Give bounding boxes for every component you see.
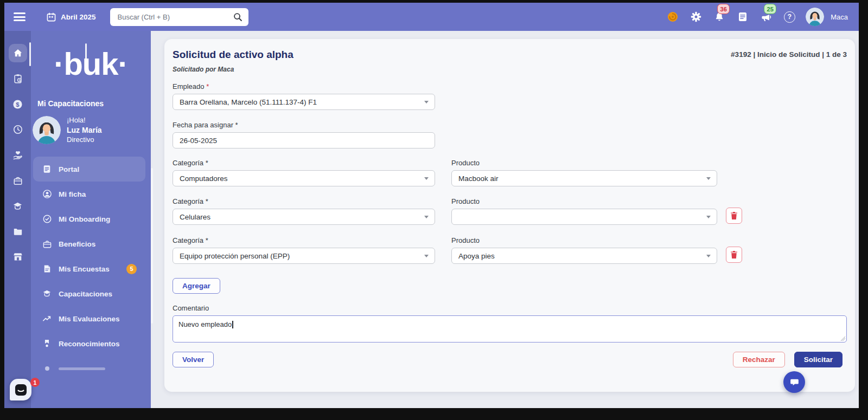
category-label: Categoría * (173, 197, 435, 205)
sidebar-item-mis-encuestas[interactable]: Mis Encuestas 5 (31, 256, 151, 281)
category-select[interactable]: Computadores (173, 170, 435, 186)
add-row-button[interactable]: Agregar (173, 278, 220, 294)
profile-card: ¡Hola! Luz María Directivo (33, 115, 151, 145)
product-select[interactable]: Macbook air (451, 170, 717, 186)
category-select[interactable]: Celulares (173, 209, 435, 225)
resize-handle-icon[interactable] (840, 336, 845, 341)
chat-widget-button[interactable] (10, 379, 31, 400)
gift-icon[interactable] (9, 171, 27, 190)
notifications-bell-icon[interactable]: 36 (712, 10, 726, 24)
sidebar-item-beneficios[interactable]: Beneficios (31, 231, 151, 256)
category-select[interactable]: Equipo protección personal (EPP) (173, 248, 435, 264)
sidebar-item-label: Capacitaciones (59, 290, 112, 298)
sidebar-item-mi-ficha[interactable]: Mi ficha (31, 182, 151, 206)
gear-icon[interactable] (689, 10, 703, 24)
hand-heart-icon[interactable] (9, 146, 27, 164)
sidebar-section-title: Mi Capacitaciones (37, 99, 151, 108)
announcements-badge: 25 (764, 4, 776, 14)
assign-date-input[interactable] (173, 132, 435, 148)
trash-icon (730, 250, 738, 259)
sidebar-item-label: Portal (59, 165, 79, 173)
asset-row: Categoría * Equipo protección personal (… (173, 236, 847, 264)
back-button[interactable]: Volver (173, 352, 214, 367)
period-label: Abril 2025 (61, 13, 96, 21)
page-title: Solicitud de activo alpha (173, 49, 293, 61)
chevron-down-icon (706, 216, 711, 218)
text-cursor (232, 321, 233, 328)
briefcase-icon (42, 240, 52, 248)
chevron-down-icon (424, 255, 429, 257)
search-box[interactable] (110, 8, 248, 26)
clock-icon[interactable] (9, 120, 27, 139)
product-select[interactable] (451, 209, 717, 225)
app-window: Abril 2025 36 25 (4, 3, 859, 408)
submit-button[interactable]: Solicitar (794, 352, 843, 367)
announcements-megaphone-icon[interactable]: 25 (759, 10, 773, 24)
sidebar-scroll-cursor[interactable] (85, 43, 87, 67)
category-label: Categoría * (173, 236, 435, 244)
asset-row: Categoría * Computadores Producto Macboo… (173, 159, 847, 186)
search-input[interactable] (117, 12, 233, 22)
sidebar-item-label: Reconocimientos (59, 340, 120, 348)
asset-row: Categoría * Celulares Producto (173, 197, 847, 225)
delete-row-button[interactable] (726, 208, 742, 224)
home-icon[interactable] (9, 44, 27, 62)
folder-icon[interactable] (9, 222, 27, 241)
rail-scrollbar[interactable] (29, 42, 31, 66)
requested-by: Solicitado por Maca (173, 66, 847, 73)
help-icon[interactable]: ? (782, 10, 796, 24)
sidebar-item-capacitaciones[interactable]: Capacitaciones (31, 281, 151, 306)
graduation-layers-icon[interactable] (9, 197, 27, 215)
search-icon[interactable] (233, 12, 242, 22)
menu-button[interactable] (14, 12, 25, 21)
notifications-badge: 36 (717, 4, 730, 14)
messenger-icon (15, 384, 27, 396)
delete-row-button[interactable] (726, 247, 742, 263)
medal-icon (42, 339, 52, 348)
icon-rail: $ (4, 31, 31, 408)
notes-icon[interactable] (736, 10, 750, 24)
user-avatar[interactable] (806, 8, 824, 26)
chevron-down-icon (706, 177, 711, 180)
chat-unread-badge: 1 (30, 378, 40, 387)
reject-button[interactable]: Rechazar (733, 352, 785, 367)
profile-avatar[interactable] (33, 116, 61, 144)
period-selector[interactable]: Abril 2025 (47, 12, 96, 22)
buk-logo: ·buk· (31, 35, 151, 92)
sidebar-item-partial[interactable] (31, 356, 151, 381)
sidebar-menu: Portal Mi ficha Mi Onboarding Beneficios… (31, 157, 151, 381)
graduation-layers-icon (42, 289, 52, 298)
dollar-circle-icon[interactable]: $ (9, 95, 27, 113)
sidebar-item-mi-onboarding[interactable]: Mi Onboarding (31, 206, 151, 231)
required-asterisk: * (206, 82, 209, 91)
sidebar-item-label: Mi ficha (59, 190, 86, 198)
sidebar-item-portal[interactable]: Portal (33, 157, 145, 182)
sidebar-item-label: Mis Encuestas (59, 265, 110, 273)
chat-bubble-icon (790, 378, 799, 386)
sidebar-scrollbar[interactable] (151, 168, 153, 324)
dot-icon (42, 366, 52, 371)
topbar: Abril 2025 36 25 (4, 3, 859, 31)
product-label: Producto (451, 159, 717, 167)
clipboard-clock-icon[interactable] (9, 69, 27, 88)
employee-select[interactable]: Barra Orellana, Marcelo (51.111.137-4) F… (173, 94, 435, 110)
sidebar-item-label: Beneficios (59, 240, 95, 248)
store-icon[interactable] (9, 248, 27, 266)
rewards-donut-icon[interactable] (666, 10, 680, 24)
product-select[interactable]: Apoya pies (451, 248, 717, 264)
chevron-down-icon (424, 216, 429, 218)
product-label: Producto (451, 197, 717, 205)
sidebar-item-label: Mi Onboarding (59, 215, 110, 223)
sidebar-item-label: Mis Evaluaciones (59, 315, 120, 323)
chevron-down-icon (706, 255, 711, 257)
sidebar-item-reconocimientos[interactable]: Reconocimientos (31, 331, 151, 356)
profile-greeting: ¡Hola! (67, 115, 102, 125)
request-meta: #3192 | Inicio de Solicitud | 1 de 3 (731, 50, 847, 59)
user-icon (42, 190, 52, 198)
chat-fab-button[interactable] (783, 371, 805, 393)
topbar-actions: 36 25 ? Maca (666, 8, 859, 26)
sidebar-item-mis-evaluaciones[interactable]: Mis Evaluaciones (31, 306, 151, 331)
category-label: Categoría * (173, 159, 435, 167)
chevron-down-icon (424, 101, 429, 104)
comment-textarea[interactable]: Nuevo empleado (173, 315, 847, 343)
